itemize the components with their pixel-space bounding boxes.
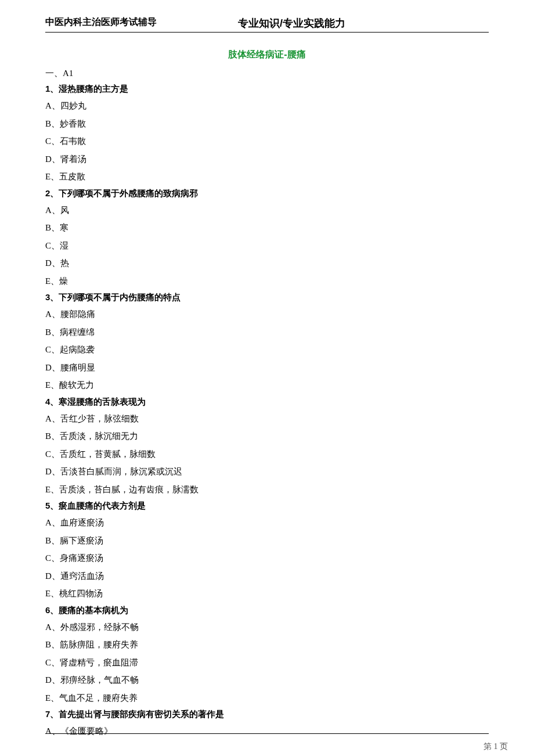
question-option: C、肾虚精亏，瘀血阻滞	[45, 656, 489, 669]
page-number: 第 1 页	[484, 741, 508, 752]
question-option: D、肾着汤	[45, 153, 489, 166]
header-center-text: 专业知识/专业实践能力	[238, 16, 345, 30]
question-option: E、酸软无力	[45, 379, 489, 392]
question-option: A、风	[45, 204, 489, 217]
question-stem: 2、下列哪项不属于外感腰痛的致病病邪	[45, 188, 489, 199]
question-option: B、膈下逐瘀汤	[45, 534, 489, 548]
question-option: A、《金匮要略》	[45, 725, 489, 738]
question-option: B、病程缠绵	[45, 326, 489, 339]
question-option: A、外感湿邪，经脉不畅	[45, 621, 489, 634]
question-option: C、舌质红，苔黄腻，脉细数	[45, 448, 489, 461]
question-option: E、舌质淡，苔白腻，边有齿痕，脉濡数	[45, 483, 489, 496]
question-stem: 7、首先提出肾与腰部疾病有密切关系的著作是	[45, 709, 489, 720]
question-option: D、舌淡苔白腻而润，脉沉紧或沉迟	[45, 465, 489, 478]
question-option: E、五皮散	[45, 170, 489, 183]
question-option: B、筋脉痹阻，腰府失养	[45, 638, 489, 651]
question-option: C、湿	[45, 239, 489, 253]
question-option: D、邪痹经脉，气血不畅	[45, 674, 489, 687]
document-title: 肢体经络病证-腰痛	[45, 49, 489, 61]
question-option: D、热	[45, 257, 489, 270]
footer-divider	[45, 733, 489, 734]
question-option: D、通窍活血汤	[45, 570, 489, 583]
question-option: D、腰痛明显	[45, 361, 489, 375]
document-page: 中医内科主治医师考试辅导 专业知识/专业实践能力 肢体经络病证-腰痛 一、A1 …	[0, 0, 534, 756]
question-option: E、桃红四物汤	[45, 587, 489, 600]
question-option: A、四妙丸	[45, 99, 489, 113]
question-stem: 5、瘀血腰痛的代表方剂是	[45, 501, 489, 512]
question-stem: 1、湿热腰痛的主方是	[45, 84, 489, 95]
question-option: B、妙香散	[45, 117, 489, 131]
question-stem: 6、腰痛的基本病机为	[45, 605, 489, 616]
question-option: A、舌红少苔，脉弦细数	[45, 412, 489, 426]
page-header: 中医内科主治医师考试辅导 专业知识/专业实践能力	[45, 16, 489, 33]
questions-container: 1、湿热腰痛的主方是A、四妙丸B、妙香散C、石韦散D、肾着汤E、五皮散2、下列哪…	[45, 84, 489, 738]
question-stem: 3、下列哪项不属于内伤腰痛的特点	[45, 292, 489, 303]
question-option: A、腰部隐痛	[45, 308, 489, 321]
question-option: C、身痛逐瘀汤	[45, 552, 489, 565]
header-left-text: 中医内科主治医师考试辅导	[45, 16, 157, 30]
question-option: E、燥	[45, 275, 489, 288]
question-option: C、起病隐袭	[45, 343, 489, 357]
question-option: A、血府逐瘀汤	[45, 516, 489, 530]
question-option: B、寒	[45, 221, 489, 235]
question-option: B、舌质淡，脉沉细无力	[45, 430, 489, 443]
question-option: E、气血不足，腰府失养	[45, 692, 489, 705]
section-label: 一、A1	[45, 68, 489, 79]
question-option: C、石韦散	[45, 135, 489, 148]
question-stem: 4、寒湿腰痛的舌脉表现为	[45, 397, 489, 408]
